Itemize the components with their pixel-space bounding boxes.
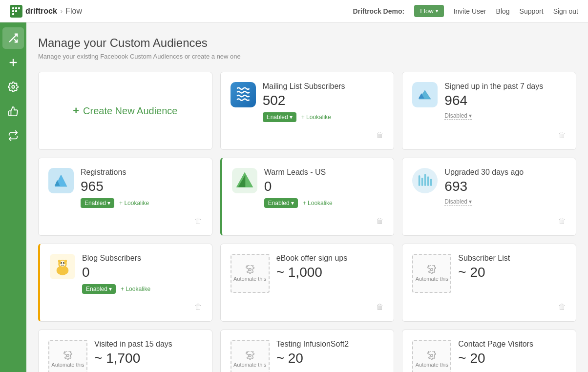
top-navigation: driftrock › Flow Driftrock Demo: Flow ▾ …	[0, 0, 588, 22]
caret-icon: ▾	[436, 8, 438, 14]
automate-box[interactable]: Automate this	[412, 254, 451, 293]
svg-point-10	[12, 85, 15, 88]
page-title: Manage your Custom Audiences	[38, 36, 576, 50]
audience-card-subscriber-list: Automate this Subscriber List ~ 20 🗑	[402, 244, 576, 322]
enabled-caret: ▾	[109, 286, 112, 292]
create-audience-text: Create New Audience	[83, 105, 177, 117]
audience-name: Contact Page Visitors	[458, 340, 566, 349]
automate-box[interactable]: Automate this	[48, 340, 87, 372]
warm-leads-logo	[232, 168, 257, 193]
logo[interactable]: driftrock	[10, 5, 57, 18]
card-header: Mailing List Subscribers 502 Enabled ▾ +…	[231, 82, 384, 122]
svg-rect-2	[18, 7, 20, 9]
lookalike-link[interactable]: + Lookalike	[121, 286, 150, 292]
enabled-caret: ▾	[290, 114, 293, 121]
lookalike-link[interactable]: + Lookalike	[119, 200, 149, 207]
blog-link[interactable]: Blog	[496, 7, 510, 15]
lookalike-link[interactable]: + Lookalike	[303, 200, 333, 207]
card-info: Testing InfusionSoft2 ~ 20	[276, 340, 384, 370]
audience-count: 0	[264, 179, 384, 194]
registrations-logo	[48, 168, 74, 193]
mailing-list-logo	[231, 82, 256, 107]
enabled-badge[interactable]: Enabled ▾	[81, 198, 114, 208]
audience-card-visited-15days: Automate this Visited in past 15 days ~ …	[38, 330, 212, 372]
logo-text: driftrock	[25, 7, 57, 16]
logo-icon	[10, 5, 22, 18]
sidebar-item-thumbsup[interactable]	[2, 101, 24, 122]
sidebar-item-shuffle[interactable]	[2, 27, 24, 49]
support-link[interactable]: Support	[520, 7, 544, 15]
card-header: Blog Subscribers 0 Enabled ▾ + Lookalike	[50, 254, 202, 294]
delete-icon[interactable]: 🗑	[194, 303, 202, 311]
invite-user-link[interactable]: Invite User	[454, 7, 486, 15]
audience-count: ~ 20	[276, 351, 384, 366]
plus-icon: +	[73, 104, 79, 117]
card-actions: Enabled ▾ + Lookalike	[81, 198, 202, 208]
flow-dropdown-button[interactable]: Flow ▾	[414, 5, 443, 17]
delete-icon[interactable]: 🗑	[376, 217, 384, 226]
card-info: Blog Subscribers 0 Enabled ▾ + Lookalike	[82, 254, 202, 294]
audience-count: ~ 1,000	[276, 265, 384, 280]
audience-count: 502	[263, 93, 384, 108]
card-header: Upgraded 30 days ago 693 Disabled ▾	[412, 168, 566, 206]
svg-rect-1	[15, 7, 17, 9]
delete-icon[interactable]: 🗑	[194, 217, 202, 226]
enabled-caret: ▾	[291, 200, 294, 207]
card-info: Registrations 965 Enabled ▾ + Lookalike	[81, 168, 202, 208]
disabled-label: Disabled	[444, 198, 467, 205]
svg-point-32	[431, 269, 433, 271]
disabled-badge[interactable]: Disabled ▾	[444, 112, 472, 120]
card-actions: Enabled ▾ + Lookalike	[82, 284, 202, 294]
topnav-right: Driftrock Demo: Flow ▾ Invite User Blog …	[353, 5, 578, 17]
svg-rect-21	[430, 179, 432, 186]
sidebar-item-add[interactable]	[2, 52, 24, 73]
lookalike-link[interactable]: + Lookalike	[301, 114, 331, 121]
create-audience-card[interactable]: + Create New Audience	[38, 72, 212, 150]
delete-icon[interactable]: 🗑	[376, 303, 384, 311]
automate-label: Automate this	[51, 362, 84, 368]
sidebar-item-settings[interactable]	[2, 76, 24, 98]
audience-card-upgraded-30days: Upgraded 30 days ago 693 Disabled ▾ 🗑	[402, 158, 576, 236]
svg-rect-20	[427, 177, 429, 186]
card-header: Automate this eBook offer sign ups ~ 1,0…	[231, 254, 384, 293]
card-header: Signed up in the past 7 days 964 Disable…	[412, 82, 566, 120]
audience-card-warm-leads: Warm Leads - US 0 Enabled ▾ + Lookalike …	[220, 158, 395, 236]
delete-icon[interactable]: 🗑	[558, 217, 566, 226]
automate-box[interactable]: Automate this	[231, 254, 270, 293]
card-header: Warm Leads - US 0 Enabled ▾ + Lookalike	[232, 168, 384, 208]
delete-icon[interactable]: 🗑	[376, 131, 384, 140]
sidebar-item-shuffle2[interactable]	[2, 125, 24, 146]
flow-button-label: Flow	[420, 7, 433, 15]
audience-name: Upgraded 30 days ago	[444, 168, 566, 177]
audience-card-ebook-offer: Automate this eBook offer sign ups ~ 1,0…	[220, 244, 395, 322]
blog-subscribers-logo	[50, 254, 75, 279]
disabled-caret: ▾	[469, 198, 472, 205]
svg-rect-17	[419, 175, 420, 186]
automate-label: Automate this	[416, 362, 448, 368]
enabled-label: Enabled	[86, 286, 107, 292]
audience-card-contact-page: Automate this Contact Page Visitors ~ 20…	[402, 330, 576, 372]
disabled-badge[interactable]: Disabled ▾	[444, 198, 472, 206]
card-info: Warm Leads - US 0 Enabled ▾ + Lookalike	[264, 168, 384, 208]
audience-card-mailing-list: Mailing List Subscribers 502 Enabled ▾ +…	[220, 72, 395, 150]
card-header: Registrations 965 Enabled ▾ + Lookalike	[48, 168, 202, 208]
sign-out-link[interactable]: Sign out	[553, 7, 578, 15]
enabled-label: Enabled	[84, 200, 106, 207]
audience-name: Mailing List Subscribers	[263, 82, 384, 91]
enabled-label: Enabled	[267, 114, 288, 121]
svg-point-33	[67, 354, 69, 357]
svg-rect-18	[421, 178, 423, 186]
card-header: Automate this Visited in past 15 days ~ …	[48, 340, 202, 372]
automate-box[interactable]: Automate this	[231, 340, 270, 372]
automate-box[interactable]: Automate this	[412, 340, 451, 372]
enabled-badge[interactable]: Enabled ▾	[263, 112, 296, 122]
delete-icon[interactable]: 🗑	[558, 131, 566, 140]
automate-label: Automate this	[416, 276, 448, 282]
svg-rect-5	[12, 13, 14, 15]
audience-card-blog-subscribers: Blog Subscribers 0 Enabled ▾ + Lookalike…	[38, 244, 212, 322]
demo-label: Driftrock Demo:	[353, 7, 404, 15]
enabled-badge[interactable]: Enabled ▾	[82, 284, 116, 294]
delete-icon[interactable]: 🗑	[558, 303, 566, 311]
enabled-badge[interactable]: Enabled ▾	[264, 198, 298, 208]
audience-count: 0	[82, 265, 202, 280]
